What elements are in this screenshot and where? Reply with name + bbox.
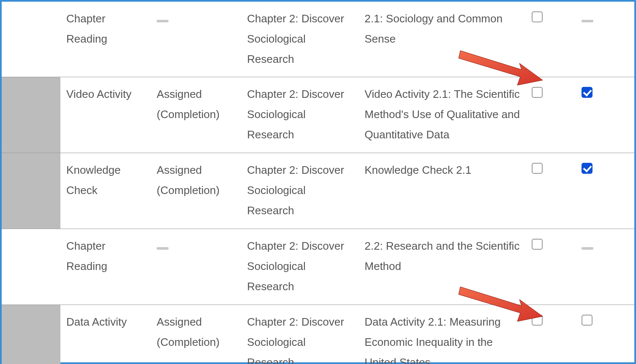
assignment-status: Assigned (Completion): [151, 153, 241, 229]
chapter-name: Chapter 2: Discover Sociological Researc…: [241, 2, 359, 77]
selection-marker: [2, 305, 60, 364]
selection-marker: [2, 77, 60, 153]
table-row: Data ActivityAssigned (Completion)Chapte…: [2, 305, 634, 364]
assignment-status: [151, 229, 241, 305]
assign-checkbox[interactable]: [582, 87, 593, 98]
select-checkbox[interactable]: [532, 239, 543, 250]
activity-title: Video Activity 2.1: The Scientific Metho…: [359, 77, 526, 153]
dash-icon: [582, 247, 593, 250]
select-checkbox[interactable]: [532, 11, 543, 22]
dash-icon: [157, 247, 169, 250]
assign-checkbox[interactable]: [582, 163, 593, 174]
activity-title: Knowledge Check 2.1: [359, 153, 526, 229]
chapter-name: Chapter 2: Discover Sociological Researc…: [241, 305, 359, 364]
chapter-name: Chapter 2: Discover Sociological Researc…: [241, 153, 359, 229]
dash-icon: [582, 20, 593, 22]
row-marker: [2, 305, 60, 364]
select-checkbox[interactable]: [532, 315, 543, 326]
activity-type: Chapter Reading: [60, 2, 151, 77]
activity-table: Chapter ReadingChapter 2: Discover Socio…: [2, 2, 634, 364]
select-checkbox[interactable]: [532, 163, 543, 174]
window-frame: Chapter ReadingChapter 2: Discover Socio…: [0, 0, 636, 364]
chapter-name: Chapter 2: Discover Sociological Researc…: [241, 229, 359, 305]
activity-type: Data Activity: [60, 305, 151, 364]
activity-title: Data Activity 2.1: Measuring Economic In…: [359, 305, 526, 364]
assignment-status: Assigned (Completion): [151, 305, 241, 364]
table-row: Chapter ReadingChapter 2: Discover Socio…: [2, 2, 634, 77]
table-row: Chapter ReadingChapter 2: Discover Socio…: [2, 229, 634, 305]
row-marker: [2, 153, 60, 229]
activity-type: Chapter Reading: [60, 229, 151, 305]
table-row: Video ActivityAssigned (Completion)Chapt…: [2, 77, 634, 153]
row-marker: [2, 229, 60, 305]
row-marker: [2, 77, 60, 153]
assignment-status: [151, 2, 241, 77]
activity-type: Video Activity: [60, 77, 151, 153]
activity-type: Knowledge Check: [60, 153, 151, 229]
table-row: Knowledge CheckAssigned (Completion)Chap…: [2, 153, 634, 229]
chapter-name: Chapter 2: Discover Sociological Researc…: [241, 77, 359, 153]
select-checkbox[interactable]: [532, 87, 543, 98]
row-marker: [2, 2, 60, 77]
assign-checkbox[interactable]: [582, 315, 593, 326]
assignment-status: Assigned (Completion): [151, 77, 241, 153]
dash-icon: [157, 20, 169, 22]
activity-title: 2.1: Sociology and Common Sense: [359, 2, 526, 77]
activity-title: 2.2: Research and the Scientific Method: [359, 229, 526, 305]
selection-marker: [2, 153, 60, 229]
